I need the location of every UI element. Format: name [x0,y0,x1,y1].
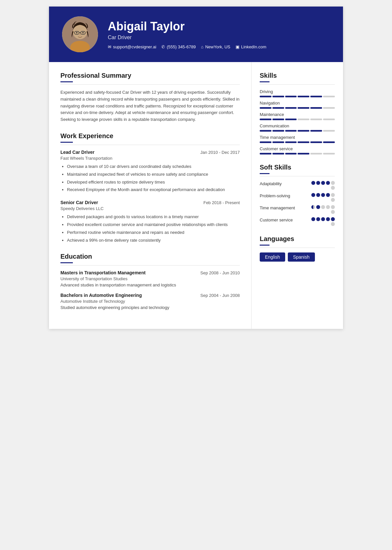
email-text: support@cvdesigner.ai [113,44,156,49]
language-tag: Spanish [288,252,315,262]
skill-segment [285,119,297,120]
skill-bar [260,153,335,154]
skills-divider [260,81,270,82]
job-bullet: Provided excellent customer service and … [67,221,240,228]
skills-title: Skills [260,72,335,79]
job-bullet: Oversaw a team of 10 car drivers and coo… [67,163,240,170]
dot-empty [331,222,335,226]
languages-section: Languages EnglishSpanish [260,235,335,262]
soft-skill-name: Problem-solving [260,193,309,199]
job-bullets: Oversaw a team of 10 car drivers and coo… [60,163,240,193]
skill-item: Driving [260,89,335,97]
skill-segment [285,141,297,143]
soft-skill-dots [309,217,335,226]
edu-degree: Masters in Transportation Management [60,270,146,275]
skill-bar [260,96,335,97]
skill-name: Time management [260,135,335,140]
job-bullet: Received Employee of the Month award for… [67,186,240,193]
work-title: Work Experience [60,132,240,140]
soft-skill-dots [309,193,335,202]
edu-description: Advanced studies in transportation manag… [60,283,240,287]
summary-line [60,84,240,85]
resume-container: Abigail Taylor Car Driver ✉ support@cvde… [49,7,343,329]
skill-segment [260,141,271,143]
soft-skills-section: Soft Skills Adaptability Problem-solving… [260,164,335,226]
soft-skill-dots [309,181,335,190]
skill-bar [260,141,335,143]
dot-filled [316,205,320,209]
phone-icon: ✆ [161,44,165,49]
skill-item: Communication [260,123,335,132]
skill-segment [323,141,335,143]
skill-segment [310,119,322,120]
skill-name: Customer service [260,146,335,151]
svg-point-6 [76,32,77,33]
candidate-title: Car Driver [108,35,330,40]
job-bullet: Maintained and inspected fleet of vehicl… [67,171,240,178]
dot-filled [316,217,320,221]
dot-filled [321,181,325,185]
contact-linkedin: ▣ LinkedIn.com [236,44,266,49]
education-section: Education Masters in Transportation Mana… [60,253,240,310]
summary-text: Experienced and safety-focused Car Drive… [60,89,240,123]
education-divider [60,262,73,263]
edu-date: Sep 2004 - Jun 2008 [200,293,240,298]
skill-segment [323,153,335,154]
education-list: Masters in Transportation Management Sep… [60,270,240,310]
skill-bar [260,107,335,109]
dot-filled [326,217,330,221]
skill-segment [310,96,322,97]
skill-bar [260,130,335,132]
dot-filled [331,217,335,221]
work-section: Work Experience Lead Car Driver Jan 2010… [60,132,240,244]
candidate-name: Abigail Taylor [108,20,330,33]
skill-segment [298,119,309,120]
dot-filled [311,217,315,221]
job-header: Senior Car Driver Feb 2018 - Present [60,200,240,205]
contact-location: ⌂ NewYork, US [201,44,230,49]
soft-skill-item: Adaptability [260,181,335,190]
skill-segment [323,107,335,109]
job-bullet: Developed efficient routes to optimize d… [67,179,240,186]
edu-description: Studied automotive engineering principle… [60,305,240,310]
job-title: Lead Car Driver [60,150,94,155]
skill-item: Customer service [260,146,335,154]
education-line [60,265,240,266]
dot-filled [326,181,330,185]
languages-title: Languages [260,235,335,243]
jobs-list: Lead Car Driver Jan 2010 - Dec 2017 Fast… [60,150,240,244]
job-company: Fast Wheels Transportation [60,156,240,161]
skill-name: Maintenance [260,112,335,117]
summary-section: Professional Summary Experienced and saf… [60,72,240,123]
edu-header: Masters in Transportation Management Sep… [60,270,240,275]
job-header: Lead Car Driver Jan 2010 - Dec 2017 [60,150,240,155]
soft-skills-line [260,176,335,176]
skill-segment [272,96,284,97]
skill-segment [272,119,284,120]
skill-item: Time management [260,135,335,143]
job-item: Lead Car Driver Jan 2010 - Dec 2017 Fast… [60,150,240,193]
skill-segment [285,153,297,154]
skill-segment [272,107,284,109]
languages-line [260,248,335,248]
soft-skill-name: Time management [260,205,309,211]
work-line [60,145,240,145]
edu-date: Sep 2008 - Jun 2010 [200,270,240,275]
skill-bar [260,119,335,120]
dot-filled [326,193,330,197]
edu-header: Bachelors in Automotive Engineering Sep … [60,293,240,298]
dot-empty [331,198,335,202]
dot-empty [331,181,335,185]
job-title: Senior Car Driver [60,200,98,205]
skill-segment [285,107,297,109]
work-divider [60,142,73,143]
soft-skills-title: Soft Skills [260,164,335,171]
skill-segment [310,153,322,154]
dot-filled [316,181,320,185]
skill-segment [310,107,322,109]
skills-line [260,84,335,85]
edu-degree: Bachelors in Automotive Engineering [60,293,142,298]
skill-segment [310,130,322,132]
skill-segment [260,96,271,97]
dot-empty [321,205,325,209]
